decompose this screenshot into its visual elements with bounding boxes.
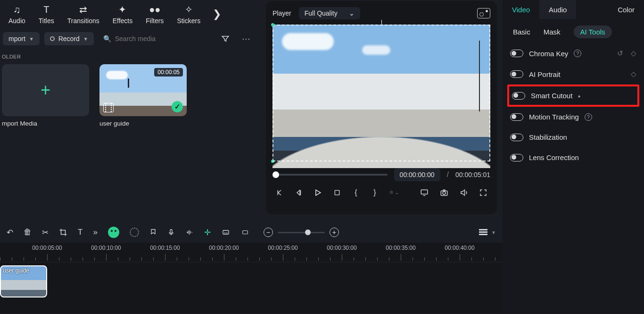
audio-sync-button[interactable]	[185, 229, 194, 236]
ruler-label: 00:00:20:00	[209, 245, 239, 251]
chevron-down-icon: ▼	[29, 36, 34, 42]
more-options-icon[interactable]: ⋯	[238, 34, 254, 44]
tab-audio[interactable]: Audio	[539, 0, 576, 19]
media-card-clip[interactable]: 00:00:05 ✓ user guide	[99, 64, 187, 127]
prev-frame-button[interactable]	[275, 188, 284, 197]
frame-icon	[103, 103, 114, 112]
toolbar-titles-label: Titles	[39, 17, 54, 25]
option-ai-portrait-label: AI Portrait	[529, 70, 561, 78]
ruler-label: 00:00:25:00	[268, 245, 297, 251]
volume-button[interactable]	[459, 188, 469, 197]
timeline-ruler[interactable]: 00:00:05:0000:00:10:0000:00:15:0000:00:2…	[0, 243, 503, 262]
folder-label: OLDER	[0, 49, 257, 62]
chevron-down-icon: ▼	[83, 36, 88, 42]
crop-button[interactable]	[59, 228, 67, 237]
subtab-ai-tools[interactable]: AI Tools	[574, 25, 612, 38]
display-settings-button[interactable]	[420, 188, 429, 197]
option-stabilization: Stabilization	[503, 127, 644, 147]
snapshot-button[interactable]	[477, 8, 490, 18]
zoom-knob[interactable]	[305, 229, 311, 235]
search-input[interactable]	[115, 35, 190, 42]
toggle-lens-correction[interactable]	[510, 154, 523, 161]
help-icon[interactable]: ?	[574, 50, 581, 57]
tab-video[interactable]: Video	[503, 0, 539, 19]
play-button[interactable]	[313, 188, 322, 197]
search-icon: 🔍	[103, 35, 111, 42]
filters-icon: ●●	[149, 4, 160, 15]
timecode-current[interactable]: 00:00:00:00	[394, 168, 440, 181]
play-backward-button[interactable]	[294, 188, 303, 197]
ruler-label: 00:00:05:00	[32, 245, 62, 251]
ruler-label: 00:00:15:00	[150, 245, 180, 251]
option-lens-correction-label: Lens Correction	[529, 153, 579, 161]
mark-in-button[interactable]: {	[352, 188, 360, 197]
video-preview[interactable]	[272, 25, 490, 161]
toggle-stabilization[interactable]	[510, 134, 523, 141]
filter-icon[interactable]	[217, 34, 233, 43]
auto-beat-button[interactable]: ✛	[204, 228, 211, 238]
toolbar-more[interactable]: ❯	[207, 8, 227, 20]
seek-bar[interactable]	[272, 174, 388, 176]
help-icon[interactable]: ?	[585, 113, 592, 121]
toolbar-titles[interactable]: TTitles	[32, 2, 61, 26]
more-tools-button[interactable]: »	[93, 228, 97, 237]
timecode-separator: /	[447, 170, 449, 179]
keyframe-placeholder-icon[interactable]	[130, 228, 139, 237]
quality-value: Full Quality	[305, 9, 338, 17]
toolbar-stickers[interactable]: ✧Stickers	[170, 2, 207, 26]
stop-button[interactable]	[333, 188, 341, 197]
zoom-slider[interactable]	[278, 232, 325, 233]
timeline-tracks[interactable]: user guide	[0, 263, 503, 314]
svg-rect-6	[243, 231, 248, 234]
import-dropdown[interactable]: mport▼	[3, 32, 40, 45]
voiceover-button[interactable]	[167, 228, 175, 237]
toolbar-filters[interactable]: ●●Filters	[139, 2, 170, 26]
subtitle-button[interactable]	[221, 229, 231, 236]
titles-icon: T	[43, 4, 49, 15]
reset-icon[interactable]: ↺	[617, 49, 623, 58]
option-motion-tracking-label: Motion Tracking	[529, 113, 579, 121]
toggle-chroma-key[interactable]	[510, 50, 523, 57]
media-card-add[interactable]: + mport Media	[2, 64, 89, 127]
caret-up-icon[interactable]: ▴	[578, 93, 580, 98]
fullscreen-button[interactable]	[479, 188, 487, 197]
toolbar-audio[interactable]: ♫Audio	[2, 2, 32, 26]
timeline-clip[interactable]: user guide	[0, 265, 47, 297]
chevron-down-icon[interactable]: ▼	[491, 230, 496, 235]
toolbar-effects[interactable]: ✦Effects	[106, 2, 140, 26]
render-button[interactable]	[241, 229, 249, 236]
subtab-basic[interactable]: Basic	[513, 28, 530, 36]
tab-color[interactable]: Color	[608, 0, 644, 19]
record-dropdown[interactable]: Record▼	[44, 32, 94, 45]
option-lens-correction: Lens Correction	[503, 147, 644, 168]
split-button[interactable]: ✂	[42, 228, 49, 238]
marker-button[interactable]	[149, 228, 157, 237]
seek-knob[interactable]	[272, 171, 279, 178]
diamond-icon[interactable]: ◇	[631, 49, 636, 58]
delete-button[interactable]: 🗑	[24, 228, 32, 237]
mark-out-button[interactable]: }	[371, 188, 379, 197]
text-button[interactable]: T	[78, 228, 83, 237]
ai-assistant-button[interactable]	[108, 227, 119, 238]
quality-dropdown[interactable]: Full Quality⌄	[299, 7, 360, 19]
zoom-controls: − +	[264, 228, 339, 237]
toggle-smart-cutout[interactable]	[512, 92, 525, 100]
diamond-icon[interactable]: ◇	[631, 70, 636, 78]
marker-dropdown[interactable]: ⌄	[389, 188, 399, 197]
zoom-in-button[interactable]: +	[330, 228, 339, 237]
toolbar-audio-label: Audio	[8, 17, 25, 25]
subtab-mask[interactable]: Mask	[544, 28, 561, 36]
option-motion-tracking: Motion Tracking ?	[503, 107, 644, 127]
camera-button[interactable]	[439, 188, 449, 197]
effects-icon: ✦	[118, 4, 126, 15]
toggle-ai-portrait[interactable]	[510, 70, 523, 78]
zoom-out-button[interactable]: −	[264, 228, 273, 237]
option-chroma-key-label: Chroma Key	[529, 50, 568, 58]
svg-point-3	[443, 192, 446, 195]
timeline-toolbar: ↶ 🗑 ✂ T » ✛ − + ▼	[0, 222, 503, 243]
undo-button[interactable]: ↶	[7, 228, 13, 238]
toggle-motion-tracking[interactable]	[510, 113, 523, 121]
toolbar-transitions[interactable]: ⇄Transitions	[61, 2, 106, 26]
track-size-button[interactable]	[479, 229, 487, 236]
player-label: Player	[272, 9, 291, 17]
